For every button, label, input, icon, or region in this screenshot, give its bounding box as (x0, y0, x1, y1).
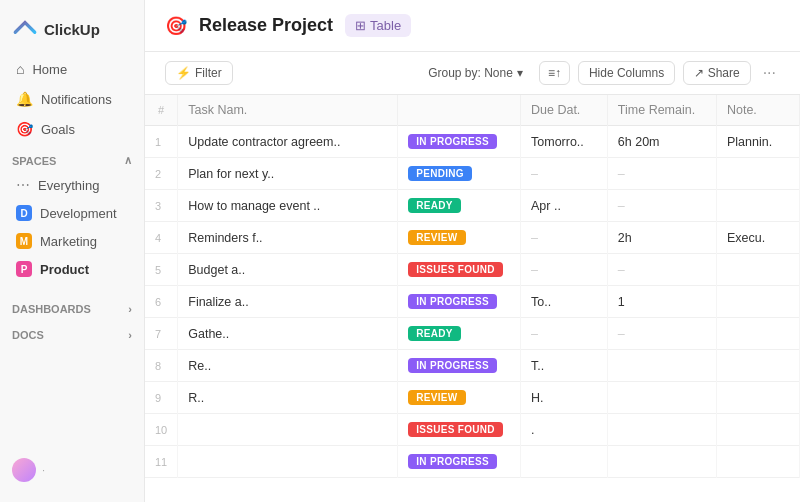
row-task-name[interactable]: How to manage event .. (178, 190, 398, 222)
filter-label: Filter (195, 66, 222, 80)
sidebar-item-marketing[interactable]: M Marketing (4, 228, 140, 254)
status-badge: IN PROGRESS (408, 454, 497, 469)
product-icon: P (16, 261, 32, 277)
row-num: 6 (145, 286, 178, 318)
table-row[interactable]: 1Update contractor agreem..IN PROGRESSTo… (145, 126, 800, 158)
table-row[interactable]: 11IN PROGRESS (145, 446, 800, 478)
group-by-button[interactable]: Group by: None ▾ (420, 62, 531, 84)
topbar: 🎯 Release Project ⊞ Table (145, 0, 800, 52)
row-num: 7 (145, 318, 178, 350)
table-header-row: # Task Nam. Due Dat. Time Remain. Note. (145, 95, 800, 126)
row-notes (716, 382, 799, 414)
row-status: PENDING (398, 158, 521, 190)
marketing-icon: M (16, 233, 32, 249)
task-table-area: # Task Nam. Due Dat. Time Remain. Note. … (145, 95, 800, 502)
table-row[interactable]: 10ISSUES FOUND. (145, 414, 800, 446)
sidebar-item-development[interactable]: D Development (4, 200, 140, 226)
table-view-button[interactable]: ⊞ Table (345, 14, 411, 37)
row-status: IN PROGRESS (398, 126, 521, 158)
row-task-name[interactable]: Update contractor agreem.. (178, 126, 398, 158)
table-row[interactable]: 7Gathe..READY–– (145, 318, 800, 350)
docs-expand-icon[interactable]: › (128, 329, 132, 341)
dashboards-expand-icon[interactable]: › (128, 303, 132, 315)
table-row[interactable]: 3How to manage event ..READYApr ..– (145, 190, 800, 222)
table-row[interactable]: 4Reminders f..REVIEW–2hExecu. (145, 222, 800, 254)
user-menu-icon: · (42, 464, 45, 476)
sidebar-item-home[interactable]: ⌂ Home (4, 55, 140, 83)
row-status: IN PROGRESS (398, 350, 521, 382)
row-task-name[interactable]: R.. (178, 382, 398, 414)
table-row[interactable]: 8Re..IN PROGRESST.. (145, 350, 800, 382)
sidebar-item-notifications[interactable]: 🔔 Notifications (4, 85, 140, 113)
row-notes (716, 414, 799, 446)
row-task-name[interactable] (178, 446, 398, 478)
row-status: REVIEW (398, 222, 521, 254)
row-time-remaining (607, 446, 716, 478)
user-avatar-area[interactable]: · (12, 458, 132, 482)
row-notes (716, 446, 799, 478)
row-due-date: Tomorro.. (521, 126, 608, 158)
row-num: 9 (145, 382, 178, 414)
row-notes (716, 350, 799, 382)
sidebar-item-product[interactable]: P Product (4, 256, 140, 282)
more-options-button[interactable]: ··· (759, 60, 780, 86)
table-row[interactable]: 2Plan for next y..PENDING–– (145, 158, 800, 190)
sidebar-item-goals[interactable]: 🎯 Goals (4, 115, 140, 143)
filter-button[interactable]: ⚡ Filter (165, 61, 233, 85)
row-status: REVIEW (398, 382, 521, 414)
col-header-status (398, 95, 521, 126)
share-button[interactable]: ↗ Share (683, 61, 750, 85)
row-time-remaining (607, 382, 716, 414)
dashboards-section-header: Dashboards › (0, 293, 144, 319)
row-due-date (521, 446, 608, 478)
row-task-name[interactable]: Plan for next y.. (178, 158, 398, 190)
row-time-remaining: 2h (607, 222, 716, 254)
table-icon: ⊞ (355, 18, 366, 33)
row-task-name[interactable]: Re.. (178, 350, 398, 382)
home-icon: ⌂ (16, 61, 24, 77)
row-due-date: – (521, 222, 608, 254)
row-status: ISSUES FOUND (398, 414, 521, 446)
row-due-date: – (521, 158, 608, 190)
spaces-section-header: Spaces ∧ (0, 144, 144, 171)
row-status: READY (398, 190, 521, 222)
hide-columns-button[interactable]: Hide Columns (578, 61, 675, 85)
development-label: Development (40, 206, 117, 221)
table-body: 1Update contractor agreem..IN PROGRESSTo… (145, 126, 800, 478)
everything-label: Everything (38, 178, 99, 193)
table-row[interactable]: 5Budget a..ISSUES FOUND–– (145, 254, 800, 286)
row-task-name[interactable]: Finalize a.. (178, 286, 398, 318)
status-badge: ISSUES FOUND (408, 262, 503, 277)
row-task-name[interactable] (178, 414, 398, 446)
row-time-remaining (607, 350, 716, 382)
row-due-date: T.. (521, 350, 608, 382)
row-due-date: – (521, 318, 608, 350)
row-time-remaining (607, 414, 716, 446)
row-notes (716, 254, 799, 286)
sidebar-item-everything[interactable]: ⋯ Everything (4, 172, 140, 198)
status-badge: IN PROGRESS (408, 294, 497, 309)
status-badge: ISSUES FOUND (408, 422, 503, 437)
sidebar-bottom: · (0, 450, 144, 490)
spaces-collapse-icon[interactable]: ∧ (124, 154, 132, 167)
marketing-label: Marketing (40, 234, 97, 249)
row-task-name[interactable]: Budget a.. (178, 254, 398, 286)
status-badge: IN PROGRESS (408, 134, 497, 149)
col-header-hash: # (145, 95, 178, 126)
col-header-task: Task Nam. (178, 95, 398, 126)
col-header-notes: Note. (716, 95, 799, 126)
row-task-name[interactable]: Gathe.. (178, 318, 398, 350)
table-row[interactable]: 6Finalize a..IN PROGRESSTo..1 (145, 286, 800, 318)
status-badge: READY (408, 198, 461, 213)
logo-area: ClickUp (0, 12, 144, 54)
notifications-label: Notifications (41, 92, 112, 107)
row-num: 2 (145, 158, 178, 190)
goals-label: Goals (41, 122, 75, 137)
status-badge: READY (408, 326, 461, 341)
row-task-name[interactable]: Reminders f.. (178, 222, 398, 254)
row-due-date: . (521, 414, 608, 446)
development-icon: D (16, 205, 32, 221)
sort-button[interactable]: ≡↑ (539, 61, 570, 85)
row-status: IN PROGRESS (398, 446, 521, 478)
table-row[interactable]: 9R..REVIEWH. (145, 382, 800, 414)
